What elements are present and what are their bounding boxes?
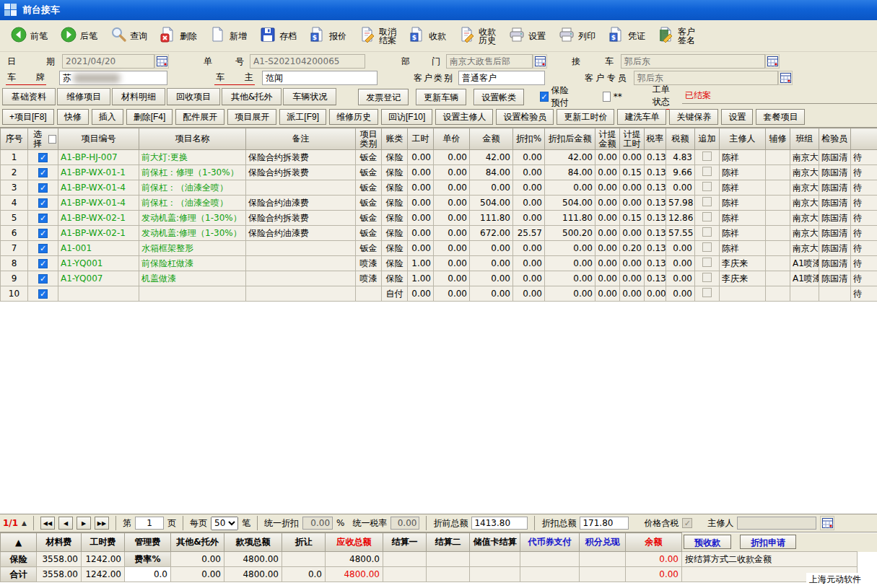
grid-cell-tax_rate[interactable]: 0.13 xyxy=(645,150,666,165)
grid-cell-team[interactable]: 南京大 xyxy=(790,241,819,256)
grid-cell-amount[interactable]: 672.00 xyxy=(470,226,513,241)
grid-cell-hours[interactable]: 0.00 xyxy=(408,226,434,241)
sort-arrow-icon[interactable]: ▲ xyxy=(22,519,27,527)
grid-cell-category[interactable]: 钣金 xyxy=(356,241,382,256)
owner-field[interactable]: 范闻 xyxy=(262,71,378,85)
summary-cell-material[interactable]: 3558.00 xyxy=(37,567,82,582)
summary-cell-j1[interactable] xyxy=(383,567,427,582)
grid-cell-tax_rate[interactable]: 0.13 xyxy=(645,165,666,180)
grid-cell-price[interactable]: 0.00 xyxy=(434,226,470,241)
grid-col-header-4[interactable]: 项目名称 xyxy=(139,128,246,150)
grid-cell-account[interactable]: 保险 xyxy=(382,241,408,256)
action-button-9[interactable]: 回访[F10] xyxy=(381,109,432,125)
grid-cell-mechanic[interactable]: 陈祥 xyxy=(720,226,766,241)
grid-cell-after[interactable]: 500.20 xyxy=(545,226,595,241)
grid-cell-after[interactable]: 111.80 xyxy=(545,211,595,226)
select-all-checkbox[interactable] xyxy=(48,135,56,144)
row-select-checkbox[interactable]: ✓ xyxy=(38,214,48,223)
grid-cell-inspector[interactable]: 陈国清 xyxy=(819,226,851,241)
grid-cell-account[interactable]: 保险 xyxy=(382,256,408,271)
grid-cell-inspector[interactable]: 陈国清 xyxy=(819,180,851,196)
grid-cell-name[interactable]: 前保险杠做漆 xyxy=(139,256,246,271)
grid-col-header-22[interactable] xyxy=(851,128,877,150)
grid-cell-status[interactable]: 待 xyxy=(851,271,877,286)
grid-cell-discount[interactable]: 25.57 xyxy=(513,226,545,241)
prev-page-button[interactable]: ◀ xyxy=(58,517,73,530)
grid-cell-assistant[interactable] xyxy=(766,180,790,196)
grid-cell-seq[interactable]: 6 xyxy=(1,226,28,241)
receiver-field[interactable]: 郭后东 xyxy=(621,54,765,69)
grid-cell-comm_amt[interactable]: 0.00 xyxy=(595,286,620,302)
grid-cell-inspector[interactable]: 陈国清 xyxy=(819,196,851,211)
action-button-7[interactable]: 派工[F9] xyxy=(279,109,326,125)
grid-cell-category[interactable]: 喷漆 xyxy=(356,256,382,271)
grid-cell-comm_amt[interactable]: 0.00 xyxy=(595,150,620,165)
stars-checkbox[interactable] xyxy=(603,92,611,102)
grid-cell-hours[interactable]: 0.00 xyxy=(408,211,434,226)
page-number-input[interactable]: 1 xyxy=(135,517,164,530)
toolbar-button-8[interactable]: 取消结案 xyxy=(359,26,396,45)
grid-cell-inspector[interactable]: 陈国清 xyxy=(819,211,851,226)
summary-cell-labor[interactable]: 1242.00 xyxy=(82,567,125,582)
toolbar-button-11[interactable]: 设置 xyxy=(508,26,546,45)
grid-cell-comm_amt[interactable]: 0.00 xyxy=(595,241,620,256)
grid-cell-seq[interactable]: 3 xyxy=(1,180,28,196)
grid-cell-comm_amt[interactable]: 0.00 xyxy=(595,180,620,196)
row-select-checkbox[interactable]: ✓ xyxy=(38,274,48,284)
grid-cell-tax[interactable]: 9.66 xyxy=(666,165,695,180)
grid-cell-inspector[interactable] xyxy=(819,286,851,302)
grid-cell-comm_hours[interactable]: 0.00 xyxy=(620,180,645,196)
grid-col-header-10[interactable]: 金额 xyxy=(470,128,513,150)
grid-cell-price[interactable]: 0.00 xyxy=(434,271,470,286)
table-row[interactable]: 2✓A1-BP-WX-01-1前保杠：修理（1-30%）保险合约拆装费钣金保险0… xyxy=(1,165,877,180)
grid-cell-team[interactable]: 南京大 xyxy=(790,196,819,211)
grid-cell-discount[interactable]: 0.00 xyxy=(513,180,545,196)
summary-cell-material[interactable]: 3558.00 xyxy=(37,552,82,567)
grid-cell-comm_hours[interactable]: 0.00 xyxy=(620,286,645,302)
grid-cell-assistant[interactable] xyxy=(766,196,790,211)
grid-cell-seq[interactable]: 10 xyxy=(1,286,28,302)
grid-cell-price[interactable]: 0.00 xyxy=(434,211,470,226)
grid-cell-comm_amt[interactable]: 0.00 xyxy=(595,226,620,241)
grid-cell-discount[interactable]: 0.00 xyxy=(513,241,545,256)
grid-cell-tax[interactable]: 4.83 xyxy=(666,150,695,165)
grid-cell-status[interactable]: 待 xyxy=(851,196,877,211)
insurance-prepay-checkbox[interactable]: ✓ xyxy=(540,92,548,102)
grid-cell-assistant[interactable] xyxy=(766,256,790,271)
summary-cell-allowance[interactable] xyxy=(282,552,326,567)
toolbar-button-6[interactable]: 存档 xyxy=(259,26,297,45)
summary-cell-token[interactable] xyxy=(520,552,580,567)
grid-cell-name[interactable]: 发动机盖:修理（1-30%） xyxy=(139,211,246,226)
grid-cell-amount[interactable]: 84.00 xyxy=(470,165,513,180)
grid-col-header-16[interactable]: 税额 xyxy=(666,128,695,150)
grid-cell-discount[interactable]: 0.00 xyxy=(513,271,545,286)
row-append-checkbox[interactable] xyxy=(702,167,712,176)
grid-cell-hours[interactable]: 1.00 xyxy=(408,256,434,271)
summary-cell-mgmt[interactable]: 0.0 xyxy=(125,567,171,582)
action-button-1[interactable]: +项目[F8] xyxy=(2,109,54,125)
grid-cell-note[interactable]: 保险合约油漆费 xyxy=(246,226,356,241)
grid-cell-comm_hours[interactable]: 0.20 xyxy=(620,241,645,256)
row-append-checkbox[interactable] xyxy=(702,212,712,221)
grid-cell-note[interactable]: 保险合约拆装费 xyxy=(246,211,356,226)
table-row[interactable]: 1✓A1-BP-HJ-007前大灯:更换保险合约拆装费钣金保险0.000.004… xyxy=(1,150,877,165)
table-row[interactable]: 9✓A1-YQ007机盖做漆喷漆保险1.000.000.000.000.000.… xyxy=(1,271,877,286)
grid-cell-code[interactable]: A1-BP-WX-02-1 xyxy=(58,211,139,226)
grid-cell-status[interactable]: 待 xyxy=(851,211,877,226)
toolbar-button-9[interactable]: $收款 xyxy=(409,26,446,45)
grid-cell-account[interactable]: 保险 xyxy=(382,165,408,180)
toolbar-button-7[interactable]: $报价 xyxy=(309,26,346,45)
summary-cell-j2[interactable] xyxy=(427,567,470,582)
grid-cell-price[interactable]: 0.00 xyxy=(434,150,470,165)
pagebar-mechanic-lookup-button[interactable] xyxy=(820,516,834,530)
grid-cell-status[interactable]: 待 xyxy=(851,226,877,241)
row-select-checkbox[interactable]: ✓ xyxy=(38,289,48,299)
summary-cell-other[interactable]: 0.00 xyxy=(171,552,224,567)
action-button-12[interactable]: 更新工时价 xyxy=(557,109,614,125)
grid-col-header-3[interactable]: 项目编号 xyxy=(58,128,139,150)
first-page-button[interactable]: ◀◀ xyxy=(40,517,55,530)
grid-cell-category[interactable]: 钣金 xyxy=(356,226,382,241)
grid-cell-hours[interactable]: 0.00 xyxy=(408,180,434,196)
dept-lookup-button[interactable] xyxy=(533,54,547,69)
grid-cell-account[interactable]: 保险 xyxy=(382,196,408,211)
